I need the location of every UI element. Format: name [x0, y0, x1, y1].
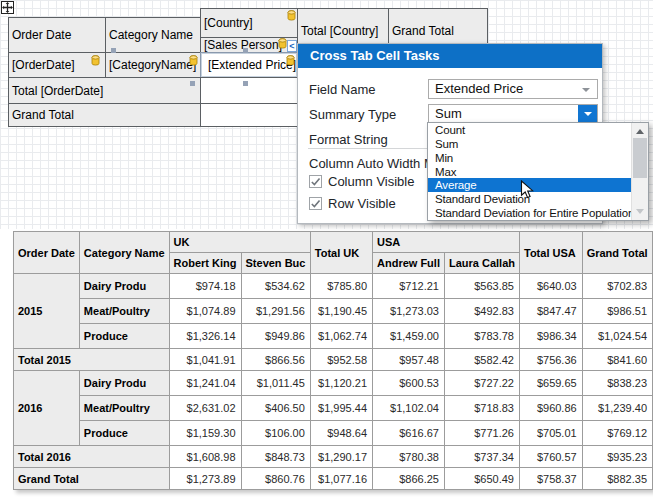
database-field-icon [189, 55, 198, 66]
pivot-value-cell: $769.12 [582, 421, 652, 446]
pivot-value-cell: $718.83 [444, 396, 519, 421]
pivot-value-cell: $758.37 [519, 468, 582, 490]
pivot-col-header: Robert King [169, 253, 241, 274]
pivot-col-total-header: Total UK [310, 232, 372, 274]
pivot-col-header: Steven Buc [241, 253, 310, 274]
pivot-value-cell: $949.86 [241, 324, 310, 349]
pivot-value-cell: $960.86 [519, 396, 582, 421]
pivot-value-cell: $1,291.56 [241, 299, 310, 324]
selection-handle[interactable] [111, 48, 116, 53]
pivot-value-cell: $882.35 [582, 468, 652, 490]
selection-handle[interactable] [243, 81, 248, 86]
pivot-value-cell: $986.51 [582, 299, 652, 324]
pivot-value-cell: $838.23 [582, 371, 652, 396]
dropdown-item[interactable]: Max [428, 165, 631, 179]
designer-cell-orderdate-field[interactable]: [OrderDate] [8, 52, 106, 78]
pivot-col-header: Andrew Full [373, 253, 445, 274]
pivot-value-cell: $780.38 [373, 446, 445, 468]
pivot-value-cell: $492.83 [444, 299, 519, 324]
move-icon [2, 2, 13, 13]
pivot-value-cell: $1,273.03 [373, 299, 445, 324]
field-name-value: Extended Price [435, 81, 523, 96]
check-icon [310, 198, 321, 209]
pivot-value-cell: $106.00 [241, 421, 310, 446]
pivot-preview: Order DateCategory NameUKTotal UKUSATota… [13, 231, 653, 490]
dropdown-items: CountSumMinMaxAverageStandard DeviationS… [428, 123, 631, 220]
chevron-down-icon [582, 88, 590, 92]
pivot-value-cell: $986.34 [519, 324, 582, 349]
cell-text: [Extended Price] [208, 58, 296, 72]
designer-cell-sales-person[interactable]: [Sales Person] < [200, 37, 298, 53]
pivot-value-cell: $640.03 [519, 274, 582, 299]
pivot-value-cell: $712.21 [373, 274, 445, 299]
pivot-value-cell: $1,102.04 [373, 396, 445, 421]
selection-handle[interactable] [190, 81, 195, 86]
pivot-value-cell: $737.34 [444, 446, 519, 468]
pivot-value-cell: $600.53 [373, 371, 445, 396]
pivot-value-cell: $756.36 [519, 349, 582, 371]
scroll-down-arrow-icon[interactable] [636, 209, 644, 214]
report-designer-screen: Order Date Category Name [Country] [Sale… [0, 0, 653, 500]
pivot-row-group-header: 2015 [14, 274, 80, 349]
database-field-icon [91, 55, 100, 66]
pivot-value-cell: $563.85 [444, 274, 519, 299]
pivot-value-cell: $1,062.74 [310, 324, 372, 349]
cell-text: Order Date [12, 28, 71, 42]
pivot-col-group-header: UK [169, 232, 310, 253]
cell-text: Grand Total [12, 108, 74, 122]
pivot-col-header: Laura Callah [444, 253, 519, 274]
summary-type-label: Summary Type [309, 107, 396, 122]
smart-tag-button[interactable]: < [287, 40, 297, 52]
pivot-value-cell: $847.47 [519, 299, 582, 324]
pivot-value-cell: $1,190.45 [310, 299, 372, 324]
scrollbar-thumb[interactable] [633, 138, 647, 178]
designer-cell-grand-total-row[interactable]: Grand Total [8, 103, 201, 127]
crosstab-move-handle[interactable] [1, 1, 14, 14]
cell-text: [OrderDate] [12, 58, 75, 72]
designer-cell-extended-price-field[interactable]: [Extended Price] [200, 52, 298, 78]
selection-handle[interactable] [243, 48, 248, 53]
pivot-row-header: Dairy Produ [79, 371, 169, 396]
database-field-icon [278, 38, 287, 49]
cell-text: Total [Country] [301, 24, 378, 38]
field-name-combobox[interactable]: Extended Price [428, 79, 598, 99]
scroll-up-arrow-icon[interactable] [636, 129, 644, 134]
dropdown-open-button[interactable] [578, 105, 597, 123]
pivot-value-cell: $760.57 [519, 446, 582, 468]
designer-cell-empty-total[interactable] [200, 77, 298, 104]
designer-cell-order-date-header[interactable]: Order Date [8, 17, 106, 53]
pivot-value-cell: $650.49 [444, 468, 519, 490]
pivot-row-total-header: Total 2016 [14, 446, 170, 468]
pivot-value-cell: $1,459.00 [373, 324, 445, 349]
designer-cell-empty-grand[interactable] [200, 103, 298, 127]
designer-cell-category-name-header[interactable]: Category Name [105, 17, 201, 53]
summary-type-combobox[interactable]: Sum [428, 104, 598, 124]
pivot-value-cell: $2,631.02 [169, 396, 241, 421]
dropdown-item[interactable]: Sum [428, 137, 631, 151]
designer-cell-categoryname-field[interactable]: [CategoryName] [105, 52, 201, 78]
pivot-value-cell: $860.76 [241, 468, 310, 490]
pivot-value-cell: $866.56 [241, 349, 310, 371]
checkbox-box[interactable] [309, 197, 322, 210]
pivot-value-cell: $1,326.14 [169, 324, 241, 349]
chevron-down-icon [584, 112, 592, 116]
checkbox-box[interactable] [309, 175, 322, 188]
pivot-value-cell: $948.64 [310, 421, 372, 446]
pivot-value-cell: $1,241.04 [169, 371, 241, 396]
pivot-row-header: Produce [79, 421, 169, 446]
dropdown-item[interactable]: Standard Deviation for Entire Population [428, 206, 631, 220]
pivot-row-group-header: 2016 [14, 371, 80, 446]
dropdown-item[interactable]: Count [428, 123, 631, 137]
mouse-cursor [520, 180, 534, 204]
pivot-row-total-header: Total 2015 [14, 349, 170, 371]
pivot-value-cell: $866.25 [373, 468, 445, 490]
dropdown-scrollbar[interactable] [631, 123, 648, 220]
pivot-value-cell: $771.26 [444, 421, 519, 446]
designer-cell-total-orderdate[interactable]: Total [OrderDate] [8, 77, 201, 104]
designer-cell-country[interactable]: [Country] [200, 8, 298, 38]
column-visible-checkbox[interactable]: Column Visible [309, 174, 414, 189]
dropdown-item[interactable]: Min [428, 151, 631, 165]
popup-title: Cross Tab Cell Tasks [298, 44, 602, 68]
pivot-value-cell: $534.62 [241, 274, 310, 299]
row-visible-checkbox[interactable]: Row Visible [309, 196, 396, 211]
